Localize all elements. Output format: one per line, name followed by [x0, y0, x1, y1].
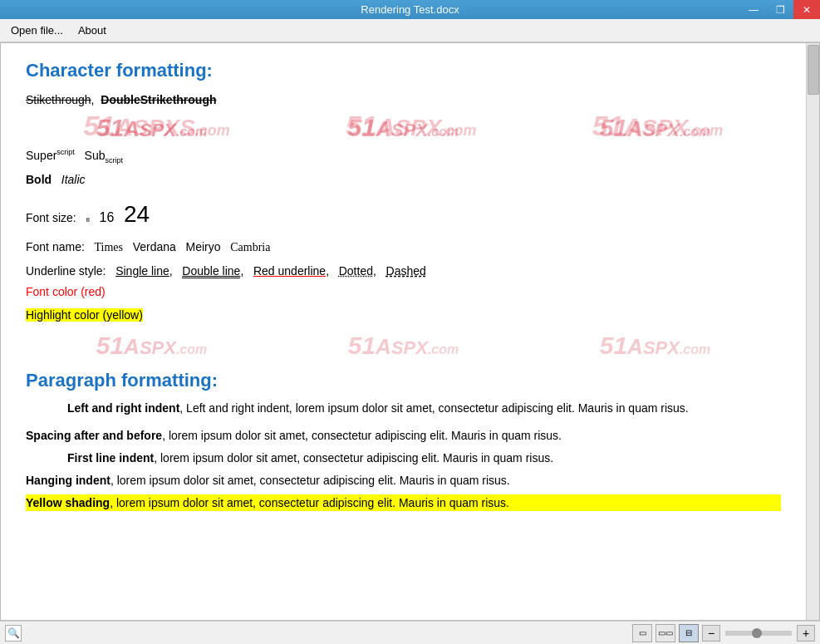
strikethrough-text: Stikethrough [26, 93, 91, 106]
spacing-para: Spacing after and before, lorem ipsum do… [26, 427, 781, 445]
first-line-indent-para: First line indent, lorem ipsum dolor sit… [26, 450, 781, 467]
para-formatting-title: Paragraph formatting: [26, 370, 781, 391]
title-bar: Rendering Test.docx — ❒ ✕ [0, 0, 820, 19]
watermark-logo-2: 51ASPX.com [348, 114, 459, 142]
font-size-24: 24 [124, 201, 150, 227]
bottom-bar: 🔍 ▭ ▭▭ ⊟ − + [0, 621, 820, 644]
highlight-yellow-text: Highlight color (yellow) [26, 308, 143, 322]
font-cambria: Cambria [230, 241, 270, 253]
font-size-16: 16 [100, 210, 115, 224]
double-line-text: Double line [182, 264, 240, 278]
dotted-text: Dotted [339, 264, 373, 278]
font-verdana: Verdana [133, 240, 176, 253]
zoom-slider-thumb[interactable] [752, 628, 762, 638]
font-name-section: Font name: Times Verdana Meiryo Cambria [26, 238, 781, 256]
double-strikethrough-text: DoubleStrikethrough [101, 93, 216, 106]
book-icon: ⊟ [685, 628, 692, 637]
view-single-button[interactable]: ▭ [632, 624, 652, 642]
window-title: Rendering Test.docx [361, 3, 459, 16]
zoom-in-button[interactable]: + [797, 625, 815, 642]
minimize-button[interactable]: — [740, 0, 767, 19]
watermark-1: 51ASPXS.com [84, 110, 230, 142]
dashed-text: Dashed [386, 264, 426, 278]
watermark-2: 51ASPX.com [346, 110, 477, 142]
underline-section: Underline style: Single line, Double lin… [26, 263, 781, 280]
zoom-in-icon: + [803, 627, 809, 640]
indent-para: Left and right indent, Left and right in… [67, 400, 756, 417]
yellow-shading-text: Yellow shading, lorem ipsum dolor sit am… [26, 494, 781, 511]
zoom-out-icon: − [708, 627, 714, 640]
underline-label: Underline style: [26, 264, 106, 278]
watermark-logo-5: 51ASPX.com [348, 332, 459, 360]
zoom-slider[interactable] [725, 631, 792, 636]
bold-text: Bold [26, 173, 52, 186]
watermark-logo-6: 51ASPX.com [600, 332, 711, 360]
scrollbar-track[interactable] [806, 43, 819, 620]
single-line-text: Single line [115, 264, 169, 278]
app-window: Rendering Test.docx — ❒ ✕ Open file... A… [0, 0, 820, 644]
font-size-label: Font size: [26, 211, 76, 224]
font-name-label: Font name: [26, 240, 85, 253]
double-page-icon: ▭▭ [658, 628, 673, 637]
watermark-3: 51ASPX.com [592, 110, 724, 142]
title-bar-buttons: — ❒ ✕ [740, 0, 820, 19]
highlight-yellow-section: Highlight color (yellow) [26, 303, 781, 327]
hanging-indent-para: Hanging indent, lorem ipsum dolor sit am… [26, 472, 781, 489]
view-book-button[interactable]: ⊟ [679, 624, 699, 642]
open-file-menu[interactable]: Open file... [3, 21, 71, 40]
font-meiryo: Meiryo [186, 240, 221, 253]
super-text: Super [26, 149, 56, 162]
bottom-left: 🔍 [5, 625, 22, 642]
view-double-button[interactable]: ▭▭ [656, 624, 675, 642]
char-formatting-title: Character formatting: [26, 60, 781, 81]
italic-text: Italic [61, 173, 86, 186]
strikethrough-section: Stikethrough, DoubleStrikethrough [26, 91, 781, 109]
zoom-out-button[interactable]: − [702, 625, 720, 642]
close-button[interactable]: ✕ [793, 0, 820, 19]
font-times: Times [95, 241, 124, 253]
bold-italic-section: Bold Italic [26, 171, 781, 189]
font-size-8: 8 [86, 216, 89, 224]
font-color-red-text: Font color (red) [26, 285, 106, 298]
menu-bar: Open file... About [0, 19, 820, 42]
font-color-red-section: Font color (red) [26, 285, 781, 298]
zoom-controls: − + [702, 625, 815, 642]
bottom-right: ▭ ▭▭ ⊟ − + [632, 624, 815, 642]
document-view[interactable]: 51ASPXS.com 51ASPX.com 51ASPX.com Charac… [1, 43, 806, 620]
restore-button[interactable]: ❒ [767, 0, 793, 19]
super-sub-section: Superscript Subscript [26, 147, 781, 166]
sub-script: script [105, 156, 123, 165]
search-box[interactable]: 🔍 [5, 625, 22, 642]
scrollbar-thumb[interactable] [808, 45, 819, 95]
yellow-shading-para: Yellow shading, lorem ipsum dolor sit am… [26, 494, 781, 511]
watermark-logo-4: 51ASPX.com [96, 332, 208, 360]
super-script: script [56, 148, 75, 156]
font-size-section: Font size: 8 16 24 [26, 197, 781, 232]
watermark-logo-3: 51ASPX.com [600, 114, 711, 142]
watermark-logo-1: 51ASPX.com [96, 114, 208, 142]
content-area: 51ASPXS.com 51ASPX.com 51ASPX.com Charac… [0, 42, 820, 621]
sub-text: Sub [85, 149, 106, 162]
watermark-row-2: 51ASPX.com 51ASPX.com 51ASPX.com [26, 332, 781, 360]
single-page-icon: ▭ [639, 628, 646, 637]
about-menu[interactable]: About [71, 21, 114, 40]
red-underline-text: Red underline [253, 264, 326, 278]
watermark-row-1: 51ASPX.com 51ASPX.com 51ASPX.com [26, 114, 781, 142]
search-icon: 🔍 [7, 627, 20, 639]
